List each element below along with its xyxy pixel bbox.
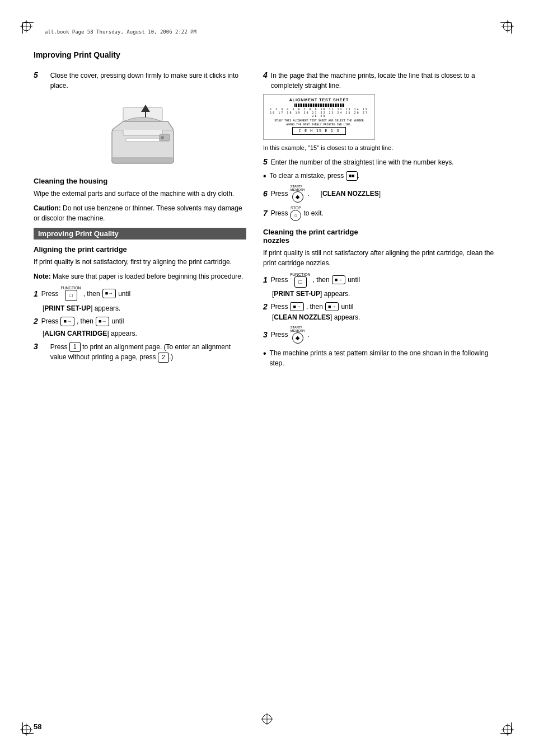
caution-body: Do not use benzene or thinner. These sol… <box>34 204 242 222</box>
nav-button-2b: ■→ <box>96 317 109 326</box>
cn-step-2-until: until <box>341 303 353 311</box>
cleaning-housing-heading: Cleaning the housing <box>34 177 246 185</box>
svg-rect-16 <box>126 138 160 142</box>
cn-step-2-num: 2 <box>263 302 268 311</box>
cn-step-1-appears: [PRINT SET-UP] appears. <box>272 290 500 298</box>
note-label: Note: <box>34 273 51 280</box>
reg-mark-bl <box>20 724 32 736</box>
right-column: 4 In the page that the machine prints, l… <box>263 71 500 717</box>
right-step-6-press: Press <box>271 190 288 198</box>
nav-button-cn2a: ■→ <box>290 302 303 312</box>
right-step-7-end: to exit. <box>303 209 323 217</box>
cn-step-2-then: , then <box>306 303 323 311</box>
nav-button-1: ■→ <box>102 289 116 298</box>
bullet-dot-2: • <box>263 348 266 368</box>
alignment-selection: C E H 15 E 1 3 <box>292 127 345 135</box>
align-step-1-until: until <box>118 290 130 298</box>
align-step-2-until: until <box>111 317 124 325</box>
reg-mark-br <box>502 724 514 736</box>
function-button-cn1: □ <box>294 276 307 288</box>
right-step-5: 5 Enter the number of the straightest li… <box>263 157 500 167</box>
align-step-2-appears: [ALIGN CARTRIDGE] appears. <box>43 330 246 337</box>
alignment-sheet: ALIGNMENT TEST SHEET <box>263 94 375 140</box>
cn-step-1-press: Press <box>271 276 288 284</box>
right-step-7: 7 Press STOP ○ to exit. <box>263 206 500 221</box>
align-step-1-appears: [PRINT SET-UP] appears. <box>43 304 246 312</box>
right-step-5-num: 5 <box>263 157 268 166</box>
cn-step-3: 3 Press START/MEMORY ◆ . <box>263 326 500 344</box>
cn-step-3-num: 3 <box>263 330 268 339</box>
step-5-close-cover: 5 Close the cover, pressing down firmly … <box>34 71 246 91</box>
page-header: Improving Print Quality <box>34 50 500 62</box>
reg-mark-tr <box>502 20 514 32</box>
cn-step-1-until: until <box>348 276 360 284</box>
improving-print-quality-heading: Improving Print Quality <box>34 228 246 240</box>
bullet-test-pattern: • The machine prints a test pattern simi… <box>263 348 500 368</box>
align-step-2-press: Press <box>41 317 59 325</box>
start-memory-button-6: ◆ <box>292 191 303 203</box>
svg-point-18 <box>161 136 164 139</box>
printer-illustration <box>95 96 185 169</box>
right-step-6-num: 6 <box>263 189 268 198</box>
page-number: 58 <box>34 722 41 731</box>
cn-step-3-press: Press <box>271 331 288 339</box>
bullet-dot: • <box>263 171 266 181</box>
step-5-text: Close the cover, pressing down firmly to… <box>50 71 246 91</box>
align-step-1: 1 Press FUNCTION □ , then ■→ until <box>34 286 246 301</box>
right-step-7-num: 7 <box>263 209 268 218</box>
right-step-4-num: 4 <box>263 71 268 79</box>
align-step-3-text: Press 1 to print an alignment page. (To … <box>50 342 246 363</box>
key-2: 2 <box>158 353 169 363</box>
align-step-1-num: 1 <box>34 289 38 298</box>
clear-key: ■■ <box>346 171 358 181</box>
nav-button-2a: ■→ <box>60 317 74 326</box>
right-step-5-text: Enter the number of the straightest line… <box>271 157 454 167</box>
right-step-6: 6 Press START/MEMORY ◆ . [CLEAN NOZZLES] <box>263 185 500 203</box>
align-step-1-press: Press <box>41 290 59 298</box>
bullet-test-pattern-text: The machine prints a test pattern simila… <box>270 348 500 368</box>
aligning-heading: Aligning the print cartridge <box>34 245 246 253</box>
svg-rect-19 <box>112 158 174 162</box>
key-1: 1 <box>69 342 81 352</box>
note-body: Make sure that paper is loaded before be… <box>53 273 243 280</box>
cn-step-2-appears: [CLEAN NOZZLES] appears. <box>272 313 500 321</box>
alignment-sheet-title: ALIGNMENT TEST SHEET <box>267 98 371 102</box>
right-step-4: 4 In the page that the machine prints, l… <box>263 71 500 91</box>
bullet-clear-text: To clear a mistake, press ■■. <box>270 171 359 181</box>
align-step-1-then: , then <box>83 290 100 298</box>
cn-step-1: 1 Press FUNCTION □ , then ■→ until <box>263 273 500 288</box>
cn-step-1-then: , then <box>313 276 330 284</box>
caution-text: Caution: Do not use benzene or thinner. … <box>34 203 246 223</box>
align-step-2-then: , then <box>77 317 93 325</box>
right-step-7-press: Press <box>271 209 288 217</box>
page: all.book Page 58 Thursday, August 10, 20… <box>0 0 534 756</box>
align-step-2: 2 Press ■→ , then ■→ until <box>34 317 246 326</box>
align-step-3-num: 3 <box>34 342 38 351</box>
right-step-4-text: In the page that the machine prints, loc… <box>271 71 500 91</box>
cn-step-1-num: 1 <box>263 275 268 284</box>
cn-step-2-press: Press <box>271 303 288 311</box>
cleaning-housing-text: Wipe the external parts and surface of t… <box>34 189 246 199</box>
left-column: 5 Close the cover, pressing down firmly … <box>34 71 246 717</box>
align-step-3: 3 Press 1 to print an alignment page. (T… <box>34 342 246 363</box>
main-content: Improving Print Quality 5 Close the cove… <box>34 50 500 717</box>
stop-button-7: ○ <box>290 210 301 221</box>
two-column-layout: 5 Close the cover, pressing down firmly … <box>34 71 500 717</box>
bullet-clear-mistake: • To clear a mistake, press ■■. <box>263 171 500 181</box>
cleaning-nozzles-text: If print quality is still not satisfacto… <box>263 248 500 268</box>
aligning-text1: If print quality is not satisfactory, fi… <box>34 257 246 267</box>
reg-mark-tl <box>20 20 32 32</box>
file-info: all.book Page 58 Thursday, August 10, 20… <box>45 29 196 35</box>
caution-label: Caution: <box>34 204 61 212</box>
cn-step-2: 2 Press ■→ , then ■→ until <box>263 302 500 312</box>
alignment-example-text: In this example, "15" is closest to a st… <box>263 143 500 153</box>
right-step-6-end: [CLEAN NOZZLES] <box>321 190 381 198</box>
step-5-num: 5 <box>34 71 38 79</box>
cleaning-nozzles-heading: Cleaning the print cartridge nozzles <box>263 228 500 245</box>
align-step-2-num: 2 <box>34 317 38 326</box>
start-memory-button-cn3: ◆ <box>292 332 303 344</box>
aligning-note: Note: Make sure that paper is loaded bef… <box>34 271 246 281</box>
bottom-center-reg <box>261 713 273 727</box>
function-button-1: □ <box>65 290 77 301</box>
nav-button-cn2b: ■→ <box>325 302 339 312</box>
